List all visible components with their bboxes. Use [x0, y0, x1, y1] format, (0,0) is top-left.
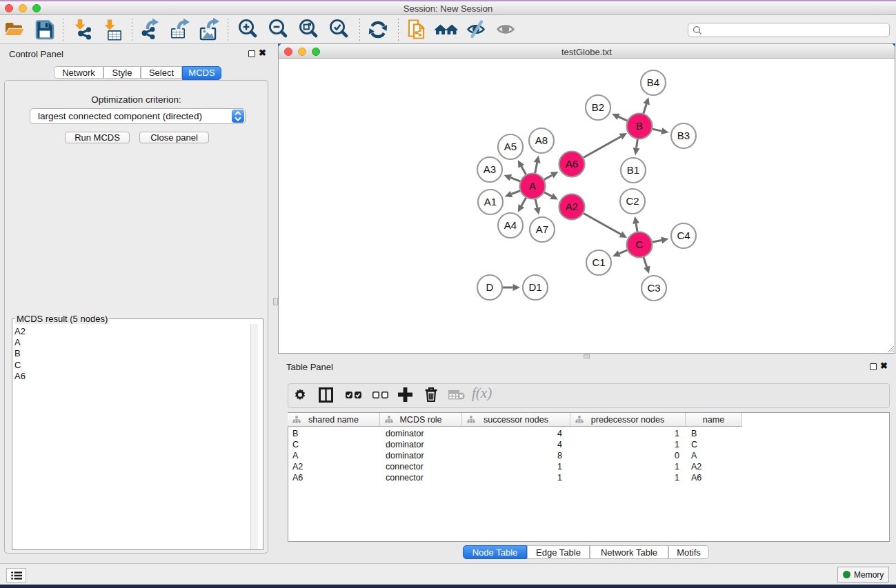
svg-text:B4: B4 [647, 77, 659, 88]
svg-text:A4: A4 [504, 219, 517, 231]
svg-text:C3: C3 [647, 282, 660, 294]
svg-text:B3: B3 [677, 130, 690, 141]
svg-text:A8: A8 [535, 134, 548, 146]
svg-text:D: D [486, 281, 494, 293]
svg-text:D1: D1 [528, 281, 541, 293]
svg-text:A: A [529, 180, 536, 192]
svg-text:C2: C2 [626, 195, 639, 207]
svg-text:A2: A2 [566, 201, 578, 212]
svg-text:B: B [636, 120, 643, 132]
svg-text:C1: C1 [592, 256, 605, 268]
svg-text:A3: A3 [484, 163, 496, 175]
svg-text:C4: C4 [677, 230, 690, 241]
svg-text:A5: A5 [504, 141, 517, 152]
svg-text:B2: B2 [592, 101, 604, 113]
svg-text:A7: A7 [536, 223, 548, 235]
svg-text:A1: A1 [484, 196, 497, 207]
svg-text:B1: B1 [627, 164, 639, 176]
svg-text:A6: A6 [566, 158, 578, 170]
svg-text:C: C [636, 239, 644, 250]
